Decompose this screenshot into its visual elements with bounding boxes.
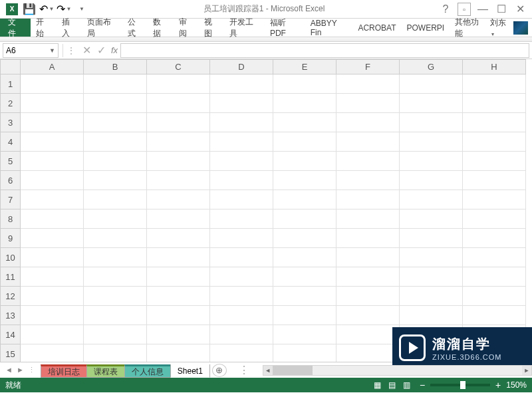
row-header[interactable]: 7 xyxy=(1,190,21,209)
cell[interactable] xyxy=(463,94,526,113)
cell[interactable] xyxy=(21,190,84,209)
cell[interactable] xyxy=(210,132,273,152)
close-button[interactable]: ✕ xyxy=(513,3,527,16)
row-header[interactable]: 6 xyxy=(1,171,21,190)
row-header[interactable]: 13 xyxy=(1,306,21,325)
cell[interactable] xyxy=(147,74,210,94)
cell[interactable] xyxy=(84,190,147,209)
cell[interactable] xyxy=(336,132,400,152)
cell[interactable] xyxy=(400,287,463,306)
cell[interactable] xyxy=(84,267,147,287)
cell[interactable] xyxy=(273,152,336,171)
cell[interactable] xyxy=(84,248,147,267)
horizontal-scrollbar[interactable]: ◄ ► xyxy=(263,365,532,376)
tab-review[interactable]: 审阅 xyxy=(174,19,199,37)
cell[interactable] xyxy=(336,152,400,171)
zoom-out-button[interactable]: − xyxy=(420,380,425,390)
cell[interactable] xyxy=(336,306,400,325)
cell[interactable] xyxy=(400,306,463,325)
cell[interactable] xyxy=(463,267,526,287)
row-header[interactable]: 14 xyxy=(1,325,21,344)
cell[interactable] xyxy=(84,94,147,113)
cell[interactable] xyxy=(400,248,463,267)
cell[interactable] xyxy=(400,190,463,209)
row-header[interactable]: 5 xyxy=(1,152,21,171)
page-layout-view-button[interactable]: ▤ xyxy=(385,379,400,391)
sheet-nav-next[interactable]: ► xyxy=(17,366,24,374)
account-avatar[interactable] xyxy=(513,21,528,35)
cell[interactable] xyxy=(273,132,336,152)
column-header[interactable]: D xyxy=(210,60,273,74)
zoom-level[interactable]: 150% xyxy=(506,380,527,390)
cell[interactable] xyxy=(210,152,273,171)
row-header[interactable]: 10 xyxy=(1,248,21,267)
cell[interactable] xyxy=(273,325,336,344)
cell[interactable] xyxy=(147,248,210,267)
excel-icon[interactable]: X xyxy=(4,2,20,17)
cell[interactable] xyxy=(210,190,273,209)
normal-view-button[interactable]: ▦ xyxy=(370,379,385,391)
cell[interactable] xyxy=(147,94,210,113)
cell[interactable] xyxy=(147,306,210,325)
worksheet-area[interactable]: ABCDEFGH123456789101112131415 xyxy=(0,59,532,362)
tab-foxit-pdf[interactable]: 福昕PDF xyxy=(265,19,305,37)
cell[interactable] xyxy=(84,325,147,344)
sheet-tab[interactable]: 个人信息 xyxy=(124,364,171,378)
cell[interactable] xyxy=(147,287,210,306)
cell[interactable] xyxy=(210,344,273,362)
cell[interactable] xyxy=(84,152,147,171)
cell[interactable] xyxy=(463,306,526,325)
cell[interactable] xyxy=(21,229,84,248)
column-header[interactable]: A xyxy=(21,60,84,74)
cell[interactable] xyxy=(463,113,526,132)
cell[interactable] xyxy=(463,152,526,171)
cell[interactable] xyxy=(273,94,336,113)
cell[interactable] xyxy=(84,306,147,325)
cell[interactable] xyxy=(463,171,526,190)
scroll-left-button[interactable]: ◄ xyxy=(263,366,273,375)
row-header[interactable]: 9 xyxy=(1,229,21,248)
cell[interactable] xyxy=(463,287,526,306)
cell[interactable] xyxy=(400,267,463,287)
zoom-thumb[interactable] xyxy=(460,381,466,389)
cell[interactable] xyxy=(336,287,400,306)
cell[interactable] xyxy=(400,229,463,248)
cell[interactable] xyxy=(147,132,210,152)
cell[interactable] xyxy=(463,209,526,229)
cell[interactable] xyxy=(210,248,273,267)
tab-data[interactable]: 数据 xyxy=(148,19,173,37)
cell[interactable] xyxy=(463,74,526,94)
cell[interactable] xyxy=(210,306,273,325)
cell[interactable] xyxy=(210,94,273,113)
column-header[interactable]: E xyxy=(273,60,336,74)
new-sheet-button[interactable]: ⊕ xyxy=(212,364,227,377)
cell[interactable] xyxy=(400,113,463,132)
cell[interactable] xyxy=(210,113,273,132)
cell[interactable] xyxy=(210,287,273,306)
cell[interactable] xyxy=(21,248,84,267)
cell[interactable] xyxy=(336,248,400,267)
cell[interactable] xyxy=(336,344,400,362)
cell[interactable] xyxy=(400,171,463,190)
cell[interactable] xyxy=(210,209,273,229)
help-button[interactable]: ? xyxy=(439,3,452,16)
select-all-corner[interactable] xyxy=(1,60,21,74)
name-box[interactable]: A6 ▼ xyxy=(3,43,59,58)
row-header[interactable]: 11 xyxy=(1,267,21,287)
cell[interactable] xyxy=(147,325,210,344)
tab-acrobat[interactable]: ACROBAT xyxy=(352,19,401,37)
cell[interactable] xyxy=(273,344,336,362)
qat-customize-button[interactable]: ▼ xyxy=(73,2,89,17)
cell[interactable] xyxy=(273,113,336,132)
cell[interactable] xyxy=(147,267,210,287)
cell[interactable] xyxy=(400,132,463,152)
cell[interactable] xyxy=(84,113,147,132)
cell[interactable] xyxy=(21,171,84,190)
cancel-formula-button[interactable]: ✕ xyxy=(79,43,94,58)
tab-developer[interactable]: 开发工具 xyxy=(224,19,265,37)
cell[interactable] xyxy=(463,248,526,267)
page-break-view-button[interactable]: ▥ xyxy=(400,379,414,391)
cell[interactable] xyxy=(21,344,84,362)
row-header[interactable]: 1 xyxy=(1,74,21,94)
cell[interactable] xyxy=(21,74,84,94)
